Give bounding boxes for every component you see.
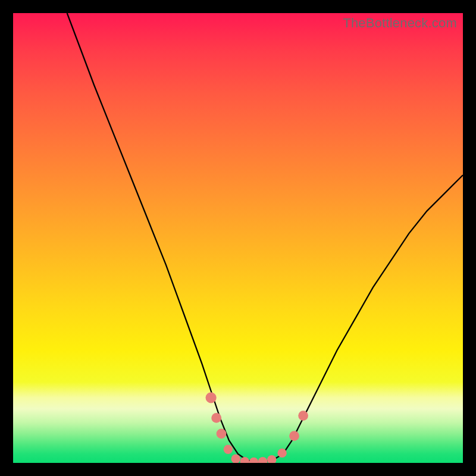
marker-dot (206, 392, 217, 403)
marker-dot (217, 429, 227, 439)
curve-line (67, 13, 463, 462)
marker-dot (240, 457, 249, 463)
marker-dot (249, 458, 258, 463)
outer-frame: TheBottleneck.com (0, 0, 476, 476)
marker-dot (277, 449, 286, 458)
marker-dot (224, 445, 233, 454)
chart-svg (13, 13, 463, 463)
marker-dot (258, 457, 267, 463)
marker-dot (298, 411, 308, 421)
marker-dot (289, 431, 299, 441)
marker-group (206, 392, 309, 463)
marker-dot (231, 455, 240, 464)
marker-dot (267, 455, 276, 463)
plot-area: TheBottleneck.com (13, 13, 463, 463)
marker-dot (211, 413, 221, 423)
